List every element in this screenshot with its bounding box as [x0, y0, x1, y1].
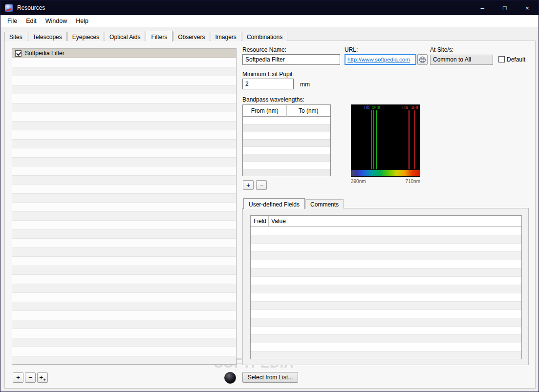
tab-comments[interactable]: Comments: [305, 199, 344, 208]
empty-row: [251, 343, 521, 351]
filters-panel: SOFTPEDIA™ Softpedia Filter + − ++ Resou…: [4, 41, 536, 389]
spectrum-range-labels: 390nm 710nm: [351, 179, 420, 184]
filter-enabled-checkbox[interactable]: [15, 50, 22, 57]
empty-row: [251, 302, 521, 310]
empty-row: [243, 147, 330, 154]
min-exit-pupil-unit: mm: [300, 81, 310, 88]
menu-window[interactable]: Window: [41, 16, 71, 26]
empty-row: [251, 327, 521, 335]
url-value[interactable]: http://www.softpedia.com: [347, 57, 410, 62]
empty-row: [12, 257, 236, 266]
menu-help[interactable]: Help: [71, 16, 93, 26]
bandpass-col-to: To (nm): [287, 105, 331, 116]
close-button[interactable]: ×: [516, 0, 539, 15]
select-from-list-button[interactable]: Select from List...: [242, 372, 298, 383]
small-plus-icon: +: [43, 377, 45, 382]
menu-bar: File Edit Window Help: [1, 15, 538, 27]
tab-eyepieces[interactable]: Eyepieces: [67, 32, 104, 41]
bandpass-label: Bandpass wavelengths:: [242, 96, 304, 103]
spectrum-emission-line: [409, 110, 410, 169]
minimize-icon: –: [480, 4, 484, 12]
bandpass-col-from: From (nm): [243, 105, 287, 116]
empty-row: [12, 194, 236, 203]
empty-row: [12, 284, 236, 293]
spectrum-emission-line: [371, 110, 372, 169]
resource-type-tabs: Sites Telescopes Eyepieces Optical Aids …: [4, 30, 288, 41]
fields-col-field: Field: [254, 218, 266, 225]
fields-col-value: Value: [271, 218, 286, 225]
duplicate-filter-button[interactable]: ++: [37, 372, 48, 383]
menu-edit[interactable]: Edit: [22, 16, 41, 26]
empty-row: [251, 335, 521, 343]
empty-row: [243, 154, 330, 162]
celestial-sphere-button[interactable]: [224, 372, 236, 384]
spectrum-line-label: S-II: [411, 105, 418, 110]
maximize-icon: □: [503, 4, 507, 12]
empty-row: [12, 320, 236, 330]
empty-row: [12, 130, 236, 140]
empty-row: [12, 94, 236, 103]
title-bar[interactable]: Resources – □ ×: [0, 0, 539, 15]
tab-optical-aids[interactable]: Optical Aids: [105, 32, 145, 41]
empty-row: [12, 158, 236, 167]
spectrum-min-label: 390nm: [351, 179, 366, 184]
empty-row: [12, 302, 236, 311]
min-exit-pupil-label: Minimum Exit Pupil:: [242, 71, 294, 78]
open-url-button[interactable]: [417, 54, 428, 65]
resource-name-input[interactable]: Softpedia Filter: [242, 54, 340, 65]
empty-row: [251, 318, 521, 327]
min-exit-pupil-input[interactable]: 2: [242, 79, 294, 89]
plus-icon: +: [16, 373, 20, 381]
at-sites-label: At Site/s:: [430, 46, 453, 53]
list-item-label: Softpedia Filter: [25, 50, 65, 57]
empty-row: [12, 76, 236, 85]
fields-table-header: Field Value: [251, 216, 521, 227]
empty-row: [12, 166, 236, 176]
empty-row: [12, 266, 236, 275]
empty-row: [12, 112, 236, 122]
empty-row: [243, 162, 330, 169]
remove-bandpass-button[interactable]: −: [256, 180, 267, 190]
empty-row: [12, 176, 236, 185]
resources-window: { "window": { "title": "Resources", "min…: [0, 0, 539, 392]
at-sites-select[interactable]: Common to All: [430, 55, 493, 65]
tab-combinations[interactable]: Combinations: [242, 32, 287, 41]
spectrum-emission-line: [376, 110, 377, 169]
remove-filter-button[interactable]: −: [25, 372, 36, 383]
empty-row: [12, 85, 236, 95]
add-filter-button[interactable]: +: [13, 372, 23, 383]
empty-row: [12, 221, 236, 230]
bandpass-table: From (nm) To (nm): [242, 104, 331, 176]
url-label: URL:: [345, 46, 358, 53]
tab-sites[interactable]: Sites: [4, 32, 27, 41]
tab-observers[interactable]: Observers: [173, 32, 210, 41]
empty-row: [12, 356, 236, 365]
empty-row: [251, 293, 521, 302]
empty-row: [12, 103, 236, 113]
tab-user-defined-fields[interactable]: User-defined Fields: [243, 198, 305, 209]
default-checkbox[interactable]: [498, 56, 505, 62]
empty-row: [12, 140, 236, 149]
minimize-button[interactable]: –: [471, 0, 494, 15]
spectrum-line-label: O-III: [372, 105, 381, 110]
empty-row: [12, 311, 236, 320]
empty-row: [243, 132, 330, 140]
empty-row: [12, 67, 236, 77]
maximize-button[interactable]: □: [494, 0, 516, 15]
minus-icon: −: [259, 181, 263, 189]
tab-telescopes[interactable]: Telescopes: [28, 32, 67, 41]
empty-row: [12, 148, 236, 158]
empty-row: [243, 169, 330, 176]
list-item-softpedia-filter[interactable]: Softpedia Filter: [12, 49, 236, 58]
add-bandpass-button[interactable]: +: [243, 180, 254, 190]
url-input[interactable]: http://www.softpedia.com: [345, 54, 416, 65]
empty-row: [251, 351, 521, 359]
tab-filters[interactable]: Filters: [146, 31, 172, 41]
detail-tabs: User-defined Fields Comments: [243, 198, 344, 208]
empty-row: [12, 338, 236, 348]
menu-file[interactable]: File: [3, 16, 22, 26]
tab-imagers[interactable]: Imagers: [211, 32, 241, 41]
empty-row: [12, 347, 236, 356]
minus-icon: −: [28, 373, 32, 381]
filter-list-empty-rows: [12, 58, 236, 365]
